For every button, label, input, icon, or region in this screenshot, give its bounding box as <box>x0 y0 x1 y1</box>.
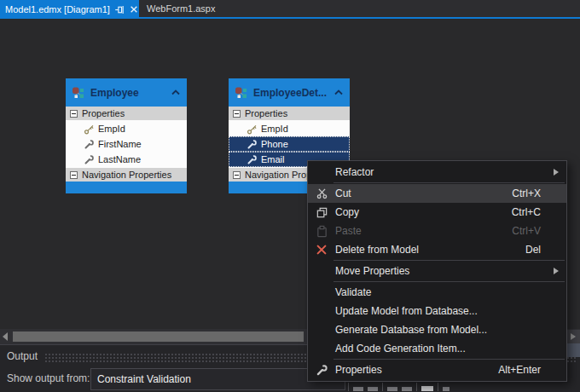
menu-item-validate[interactable]: Validate <box>308 283 566 302</box>
menu-item-properties[interactable]: Properties Alt+Enter <box>308 360 566 379</box>
collapse-expander-icon[interactable] <box>233 110 241 118</box>
entity-icon <box>72 86 85 100</box>
section-label: Navigation Properties <box>82 170 171 180</box>
wrench-icon <box>83 154 95 165</box>
wrench-icon <box>83 139 95 150</box>
context-menu: Refactor Cut Ctrl+X Copy Ctrl+C Paste Ct… <box>307 160 567 382</box>
entity-title: EmployeeDet... <box>253 87 328 99</box>
properties-section-header[interactable]: Properties <box>229 107 350 120</box>
show-output-from-label: Show output from: <box>7 372 90 384</box>
collapse-expander-icon[interactable] <box>70 171 78 179</box>
submenu-arrow-icon <box>554 268 559 274</box>
tab-label: WebForm1.aspx <box>147 3 216 14</box>
toolbar-separator <box>416 383 417 391</box>
output-toolbar-icon[interactable] <box>421 386 433 391</box>
menu-item-update-model-from-database[interactable]: Update Model from Database... <box>308 302 566 320</box>
submenu-arrow-icon <box>554 169 559 176</box>
wrench-icon <box>246 154 258 165</box>
copy-icon <box>308 206 335 219</box>
output-toolbar-icon[interactable] <box>443 387 450 391</box>
menu-item-add-code-generation-item[interactable]: Add Code Generation Item... <box>308 339 566 358</box>
document-tab-bar: Model1.edmx [Diagram1] WebForm1.aspx <box>0 0 580 19</box>
output-toolbar-icon[interactable] <box>387 387 397 391</box>
toolbar-separator <box>438 383 438 391</box>
entity-employeedet-header[interactable]: EmployeeDet... <box>229 78 350 107</box>
property-name: EmpId <box>261 124 288 134</box>
property-row-phone[interactable]: Phone <box>229 136 350 152</box>
property-row-empid[interactable]: EmpId <box>66 121 187 136</box>
property-row-lastname[interactable]: LastName <box>66 152 187 167</box>
scrollbar-corner-grip[interactable] <box>567 343 580 357</box>
menu-separator <box>334 359 565 360</box>
navigation-properties-section-header[interactable]: Navigation Properties <box>66 168 187 182</box>
scroll-right-arrow-icon[interactable] <box>566 330 580 343</box>
tab-label: Model1.edmx [Diagram1] <box>5 4 110 14</box>
property-name: Email <box>261 154 285 164</box>
tab-model1-edmx[interactable]: Model1.edmx [Diagram1] <box>0 0 139 19</box>
red-x-icon <box>308 244 335 256</box>
toolbar-separator <box>348 383 349 391</box>
collapse-expander-icon[interactable] <box>233 171 241 179</box>
chevron-up-icon[interactable] <box>171 89 181 96</box>
tab-webform1-aspx[interactable]: WebForm1.aspx <box>139 0 216 17</box>
key-icon <box>83 124 95 135</box>
entity-icon <box>235 86 248 100</box>
menu-item-generate-database-from-model[interactable]: Generate Database from Model... <box>308 320 566 339</box>
entity-title: Employee <box>90 87 165 99</box>
properties-list: EmpId FirstName LastName <box>66 120 187 168</box>
menu-item-refactor[interactable]: Refactor <box>308 163 566 182</box>
chevron-up-icon[interactable] <box>334 89 344 96</box>
section-label: Properties <box>245 108 287 118</box>
pin-icon[interactable] <box>114 3 125 15</box>
section-label: Properties <box>82 108 125 118</box>
output-toolbar-icon[interactable] <box>353 387 363 391</box>
menu-separator <box>334 182 565 183</box>
menu-item-move-properties[interactable]: Move Properties <box>308 262 566 280</box>
shortcut-label: Ctrl+X <box>512 187 541 199</box>
property-name: LastName <box>98 154 141 164</box>
entity-employee-header[interactable]: Employee <box>66 78 187 107</box>
property-name: Phone <box>261 139 288 149</box>
menu-separator <box>334 281 565 282</box>
scroll-left-arrow-icon[interactable] <box>3 332 8 341</box>
output-toolbar-icon[interactable] <box>402 387 412 391</box>
vs-window: Model1.edmx [Diagram1] WebForm1.aspx Emp… <box>0 0 580 392</box>
scissors-icon <box>308 187 335 200</box>
menu-item-copy[interactable]: Copy Ctrl+C <box>308 203 566 222</box>
output-toolbar <box>348 383 450 391</box>
close-icon[interactable] <box>130 3 138 15</box>
collapse-expander-icon[interactable] <box>70 110 78 118</box>
menu-item-delete-from-model[interactable]: Delete from Model Del <box>308 240 566 259</box>
scrollbar-thumb[interactable] <box>13 331 304 342</box>
shortcut-label: Del <box>525 244 541 256</box>
property-row-empid[interactable]: EmpId <box>229 121 350 136</box>
clipboard-icon <box>308 225 335 238</box>
wrench-icon <box>308 364 335 377</box>
menu-separator <box>334 260 565 261</box>
key-icon <box>246 124 258 135</box>
menu-item-cut[interactable]: Cut Ctrl+X <box>308 184 566 203</box>
output-panel-title: Output <box>7 350 38 362</box>
property-name: EmpId <box>98 124 125 134</box>
toolbar-separator <box>382 383 383 391</box>
properties-section-header[interactable]: Properties <box>66 107 187 120</box>
menu-item-paste[interactable]: Paste Ctrl+V <box>308 222 566 240</box>
shortcut-label: Alt+Enter <box>498 364 541 376</box>
entity-employee[interactable]: Employee Properties EmpId FirstName Last… <box>66 78 187 193</box>
output-toolbar-icon[interactable] <box>368 387 378 391</box>
shortcut-label: Ctrl+V <box>512 225 541 237</box>
property-name: FirstName <box>98 139 142 149</box>
wrench-icon <box>246 139 258 150</box>
shortcut-label: Ctrl+C <box>512 206 541 218</box>
entity-footer <box>66 182 187 193</box>
property-row-firstname[interactable]: FirstName <box>66 136 187 152</box>
